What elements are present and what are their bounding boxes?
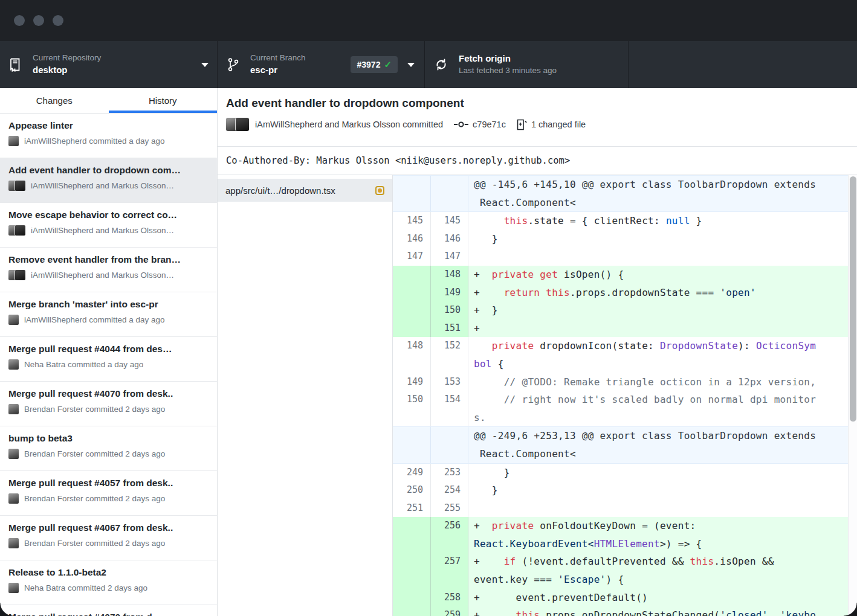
avatar bbox=[8, 493, 19, 504]
zoom-window-button[interactable] bbox=[53, 15, 63, 26]
diff-row[interactable]: 257+ if (!event.defaultPrevented && this… bbox=[393, 553, 857, 588]
diff-code-line: // right now it's scaled badly on normal… bbox=[468, 391, 857, 426]
diff-row[interactable]: 249253 } bbox=[393, 464, 857, 482]
diff-row[interactable]: 145145 this.state = { clientRect: null } bbox=[393, 212, 857, 230]
commit-item-meta: iAmWillShepherd committed a day ago bbox=[8, 315, 209, 325]
commit-item[interactable]: Merge pull request #4044 from des…Neha B… bbox=[0, 337, 217, 382]
commit-item-meta: Brendan Forster committed 2 days ago bbox=[8, 449, 209, 459]
commit-item[interactable]: Merge pull request #4057 from desk..Bren… bbox=[0, 471, 217, 516]
line-number-old bbox=[393, 517, 431, 553]
line-number-old: 250 bbox=[393, 481, 431, 499]
diff-row[interactable]: 146146 } bbox=[393, 230, 857, 248]
avatar bbox=[236, 118, 249, 131]
diff-row[interactable]: 151+ bbox=[393, 319, 857, 338]
diff-row[interactable]: 148152 private dropdownIcon(state: Dropd… bbox=[393, 337, 857, 373]
avatar bbox=[15, 225, 25, 236]
minimize-window-button[interactable] bbox=[33, 15, 44, 26]
commit-item[interactable]: Appease linteriAmWillShepherd committed … bbox=[0, 114, 217, 158]
diff-code-line: + event.preventDefault() bbox=[468, 589, 857, 607]
current-repository-button[interactable]: Current Repository desktop bbox=[0, 41, 218, 88]
commit-item[interactable]: Merge branch 'master' into esc-priAmWill… bbox=[0, 292, 217, 337]
avatar bbox=[8, 136, 19, 146]
commit-item-meta: Neha Batra committed a day ago bbox=[8, 359, 209, 370]
commit-item[interactable]: Merge pull request #4070 from d… bbox=[0, 605, 217, 616]
commit-item[interactable]: Merge pull request #4067 from desk..Bren… bbox=[0, 516, 217, 560]
commit-item[interactable]: Remove event handler from the bran…iAmWi… bbox=[0, 248, 217, 292]
commit-item[interactable]: Merge pull request #4070 from desk..Bren… bbox=[0, 382, 217, 426]
tab-changes[interactable]: Changes bbox=[0, 88, 109, 113]
commit-item-title: Appease linter bbox=[8, 120, 209, 131]
line-number-old bbox=[393, 301, 431, 319]
diff-row[interactable]: 150154 // right now it's scaled badly on… bbox=[393, 391, 857, 426]
diff-row[interactable]: 250254 } bbox=[393, 481, 857, 499]
line-number-old bbox=[393, 427, 431, 463]
commit-item-title: Merge pull request #4067 from desk.. bbox=[8, 522, 209, 533]
diff-code-line: + } bbox=[468, 301, 857, 319]
scrollbar-thumb[interactable] bbox=[850, 176, 856, 422]
commit-item[interactable]: Move escape behavior to correct co…iAmWi… bbox=[0, 203, 217, 248]
diff-row[interactable]: @@ -145,6 +145,10 @@ export class Toolba… bbox=[393, 175, 857, 212]
line-number-new: 154 bbox=[431, 391, 468, 426]
line-number-old: 249 bbox=[393, 464, 431, 482]
pr-number: #3972 bbox=[357, 60, 380, 69]
chevron-down-icon bbox=[407, 63, 415, 67]
line-number-old bbox=[393, 176, 431, 211]
close-window-button[interactable] bbox=[14, 15, 25, 26]
commit-message: Co-Authored-By: Markus Olsson <niik@user… bbox=[218, 147, 857, 175]
line-number-old bbox=[393, 553, 431, 588]
diff-scrollbar[interactable] bbox=[848, 175, 857, 616]
line-number-new: 255 bbox=[431, 499, 468, 518]
commit-byline: iAmWillShepherd and Markus Olsson commit… bbox=[255, 120, 443, 129]
diff-row[interactable]: 149153 // @TODO: Remake triangle octicon… bbox=[393, 373, 857, 391]
diff-row[interactable]: 150+ } bbox=[393, 301, 857, 319]
repository-name: desktop bbox=[33, 65, 101, 76]
diff-code-line: private dropdownIcon(state: DropdownStat… bbox=[468, 337, 857, 373]
diff-code-line: } bbox=[468, 230, 857, 248]
line-number-new: 150 bbox=[431, 301, 468, 319]
commit-item-meta: Brendan Forster committed 2 days ago bbox=[8, 538, 209, 548]
diff-code-line: + private onFoldoutKeyDown = (event: Rea… bbox=[468, 517, 857, 553]
line-number-new: 256 bbox=[431, 517, 468, 553]
fetch-origin-button[interactable]: Fetch origin Last fetched 3 minutes ago bbox=[425, 41, 629, 88]
diff-row[interactable]: 258+ event.preventDefault() bbox=[393, 589, 857, 607]
window-corner bbox=[844, 603, 857, 616]
commit-item[interactable]: bump to beta3Brendan Forster committed 2… bbox=[0, 426, 217, 471]
chevron-down-icon bbox=[201, 63, 209, 67]
diff-view: @@ -145,6 +145,10 @@ export class Toolba… bbox=[393, 175, 857, 616]
line-number-new: 258 bbox=[431, 589, 468, 607]
diff-row[interactable]: @@ -249,6 +253,13 @@ export class Toolba… bbox=[393, 426, 857, 463]
file-item[interactable]: app/src/ui/t…/dropdown.tsx bbox=[218, 179, 392, 202]
diff-row[interactable]: 251255 bbox=[393, 499, 857, 518]
commit-item-meta: iAmWillShepherd and Markus Olsson… bbox=[8, 270, 209, 280]
diff-row[interactable]: 149+ return this.props.dropdownState ===… bbox=[393, 284, 857, 302]
file-path: app/src/ui/t…/dropdown.tsx bbox=[225, 185, 375, 196]
commit-item-title: Merge branch 'master' into esc-pr bbox=[8, 299, 209, 310]
commit-item[interactable]: Add event handler to dropdown com…iAmWil… bbox=[0, 158, 217, 203]
commit-item[interactable]: Release to 1.1.0-beta2Neha Batra committ… bbox=[0, 560, 217, 605]
sidebar-tabs: Changes History bbox=[0, 88, 217, 114]
avatar bbox=[8, 583, 19, 593]
modified-status-icon bbox=[375, 186, 384, 195]
app-toolbar: Current Repository desktop Current Branc… bbox=[0, 41, 857, 88]
line-number-old bbox=[393, 589, 431, 607]
line-number-new: 257 bbox=[431, 553, 468, 588]
window-titlebar bbox=[0, 0, 857, 41]
line-number-old: 251 bbox=[393, 499, 431, 518]
diff-code-line: + return this.props.dropdownState === 'o… bbox=[468, 284, 857, 302]
diff-code-line bbox=[468, 499, 857, 518]
diff-row[interactable]: 259+ this.props.onDropdownStateChanged('… bbox=[393, 606, 857, 616]
toolbar-filler bbox=[629, 41, 857, 88]
current-branch-button[interactable]: Current Branch esc-pr #3972 ✓ bbox=[218, 41, 425, 88]
avatar bbox=[15, 270, 25, 280]
line-number-new: 146 bbox=[431, 230, 468, 248]
github-desktop-window: Current Repository desktop Current Branc… bbox=[0, 0, 857, 616]
tab-history[interactable]: History bbox=[109, 88, 218, 113]
sidebar: Changes History Appease linteriAmWillShe… bbox=[0, 88, 218, 616]
diff-row[interactable]: 147147 bbox=[393, 248, 857, 266]
commit-item-meta: Brendan Forster committed 2 days ago bbox=[8, 493, 209, 504]
diff-row[interactable]: 148+ private get isOpen() { bbox=[393, 266, 857, 284]
fetch-title: Fetch origin bbox=[459, 53, 557, 65]
diff-row[interactable]: 256+ private onFoldoutKeyDown = (event: … bbox=[393, 517, 857, 553]
line-number-old: 149 bbox=[393, 373, 431, 391]
commit-item-title: Release to 1.1.0-beta2 bbox=[8, 567, 209, 578]
